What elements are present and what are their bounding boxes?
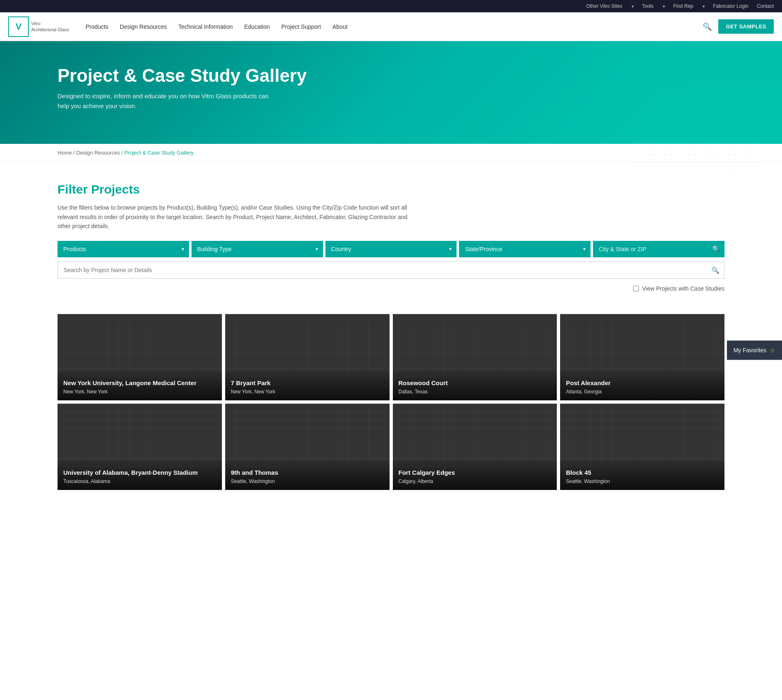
hero-subtitle: Designed to inspire, inform and educate … xyxy=(58,91,271,111)
hero-title: Project & Case Study Gallery xyxy=(58,66,724,85)
breadcrumb-home[interactable]: Home xyxy=(58,150,72,156)
filter-title: Filter Projects xyxy=(58,183,724,196)
projects-grid: New York University, Langone Medical Cen… xyxy=(58,314,724,490)
case-studies-row: View Projects with Case Studies xyxy=(58,285,724,292)
logo-v-icon: V xyxy=(16,21,22,32)
search-bar-wrapper: 🔍 xyxy=(58,261,724,279)
filter-dropdowns: Products ▾ Building Type ▾ Country ▾ Sta… xyxy=(58,241,724,257)
project-card-name: 9th and Thomas xyxy=(231,469,384,477)
project-card[interactable]: 7 Bryant ParkNew York, New York xyxy=(225,314,390,400)
case-studies-label[interactable]: View Projects with Case Studies xyxy=(642,285,725,292)
project-card[interactable]: University of Alabama, Bryant-Denny Stad… xyxy=(58,404,222,490)
nav-technical-information[interactable]: Technical Information xyxy=(178,23,233,30)
project-card[interactable]: Block 45Seattle, Washington xyxy=(560,404,724,490)
utility-other-vitro[interactable]: Other Vitro Sites xyxy=(586,3,622,9)
project-card-overlay: Post AlexanderAtlanta, Georgia xyxy=(560,371,724,400)
building-type-filter-wrapper: Building Type ▾ xyxy=(191,241,323,257)
filter-section: Filter Projects Use the filters below to… xyxy=(0,162,782,314)
utility-find-rep-caret: ▾ xyxy=(703,4,705,9)
state-province-filter[interactable]: State/Province xyxy=(459,241,591,257)
breadcrumb-sep2: / xyxy=(121,150,124,156)
filter-description: Use the filters below to browse projects… xyxy=(58,203,411,231)
hero-banner: Project & Case Study Gallery Designed to… xyxy=(0,41,782,144)
project-card-location: Dallas, Texas xyxy=(399,389,551,395)
nav-products[interactable]: Products xyxy=(85,23,108,30)
project-card-overlay: 9th and ThomasSeattle, Washington xyxy=(225,460,390,490)
nav-about[interactable]: About xyxy=(332,23,348,30)
project-card-location: New York, New York xyxy=(231,389,384,395)
state-province-filter-wrapper: State/Province ▾ xyxy=(459,241,591,257)
country-filter[interactable]: Country xyxy=(325,241,457,257)
project-card[interactable]: Fort Calgary EdgesCalgary, Alberta xyxy=(393,404,557,490)
breadcrumb-current: Project & Case Study Gallery xyxy=(125,150,194,156)
project-card-overlay: Block 45Seattle, Washington xyxy=(560,460,724,490)
city-zip-input[interactable] xyxy=(593,241,724,257)
nav-project-support[interactable]: Project Support xyxy=(281,23,321,30)
project-card-location: Seattle, Washington xyxy=(231,478,384,484)
project-card-name: New York University, Langone Medical Cen… xyxy=(63,379,216,387)
nav-education[interactable]: Education xyxy=(244,23,270,30)
nav-actions: 🔍 GET SAMPLES xyxy=(703,19,774,34)
project-card-location: Calgary, Alberta xyxy=(399,478,551,484)
utility-other-vitro-caret: ▾ xyxy=(632,4,634,9)
city-zip-wrapper: 🔍 xyxy=(593,241,724,257)
project-card-location: Atlanta, Georgia xyxy=(566,389,719,395)
main-navigation: V Vitro Architectural Glass Products Des… xyxy=(0,12,782,41)
project-card-name: Post Alexander xyxy=(566,379,719,387)
products-filter[interactable]: Products xyxy=(58,241,189,257)
project-card-name: Block 45 xyxy=(566,469,719,477)
utility-find-rep[interactable]: Find Rep xyxy=(673,3,693,9)
project-card-name: Fort Calgary Edges xyxy=(399,469,551,477)
nav-links: Products Design Resources Technical Info… xyxy=(85,23,703,30)
dot-pattern-decoration xyxy=(634,140,757,173)
breadcrumb: Home / Design Resources / Project & Case… xyxy=(0,144,782,162)
project-card-name: 7 Bryant Park xyxy=(231,379,384,387)
search-bar-icon: 🔍 xyxy=(711,266,720,274)
projects-section: New York University, Langone Medical Cen… xyxy=(0,314,782,515)
utility-fabricator-login[interactable]: Fabricator Login xyxy=(713,3,749,9)
project-card-overlay: Fort Calgary EdgesCalgary, Alberta xyxy=(393,460,557,490)
breadcrumb-sep1: / xyxy=(73,150,76,156)
case-studies-checkbox[interactable] xyxy=(633,286,639,291)
utility-bar: Other Vitro Sites ▾ Tools ▾ Find Rep ▾ F… xyxy=(0,0,782,12)
nav-design-resources[interactable]: Design Resources xyxy=(120,23,167,30)
building-type-filter[interactable]: Building Type xyxy=(191,241,323,257)
utility-tools-caret: ▾ xyxy=(663,4,665,9)
logo-link[interactable]: V Vitro Architectural Glass xyxy=(8,16,69,37)
project-card-overlay: University of Alabama, Bryant-Denny Stad… xyxy=(58,460,222,490)
project-card-name: University of Alabama, Bryant-Denny Stad… xyxy=(63,469,216,477)
project-card-location: New York, New York xyxy=(63,389,216,395)
search-button[interactable]: 🔍 xyxy=(703,22,712,31)
project-card[interactable]: 9th and ThomasSeattle, Washington xyxy=(225,404,390,490)
project-card-overlay: Rosewood CourtDallas, Texas xyxy=(393,371,557,400)
get-samples-button[interactable]: GET SAMPLES xyxy=(718,19,774,34)
country-filter-wrapper: Country ▾ xyxy=(325,241,457,257)
project-card[interactable]: Post AlexanderAtlanta, Georgia xyxy=(560,314,724,400)
utility-tools[interactable]: Tools xyxy=(642,3,653,9)
project-card[interactable]: New York University, Langone Medical Cen… xyxy=(58,314,222,400)
star-icon: ☆ xyxy=(770,346,775,354)
project-card-overlay: New York University, Langone Medical Cen… xyxy=(58,371,222,400)
search-bar-input[interactable] xyxy=(58,261,724,279)
breadcrumb-parent[interactable]: Design Resources xyxy=(76,150,120,156)
project-card-name: Rosewood Court xyxy=(399,379,551,387)
logo-box: V xyxy=(8,16,29,37)
products-filter-wrapper: Products ▾ xyxy=(58,241,189,257)
utility-contact[interactable]: Contact xyxy=(757,3,774,9)
project-card-overlay: 7 Bryant ParkNew York, New York xyxy=(225,371,390,400)
my-favorites-button[interactable]: My Favorites ☆ xyxy=(727,340,782,360)
my-favorites-label: My Favorites xyxy=(734,347,766,353)
project-card[interactable]: Rosewood CourtDallas, Texas xyxy=(393,314,557,400)
city-zip-search-icon: 🔍 xyxy=(712,245,720,253)
project-card-location: Seattle, Washington xyxy=(566,478,719,484)
logo-text: Vitro Architectural Glass xyxy=(31,21,69,32)
project-card-location: Tuscaloosa, Alabama xyxy=(63,478,216,484)
